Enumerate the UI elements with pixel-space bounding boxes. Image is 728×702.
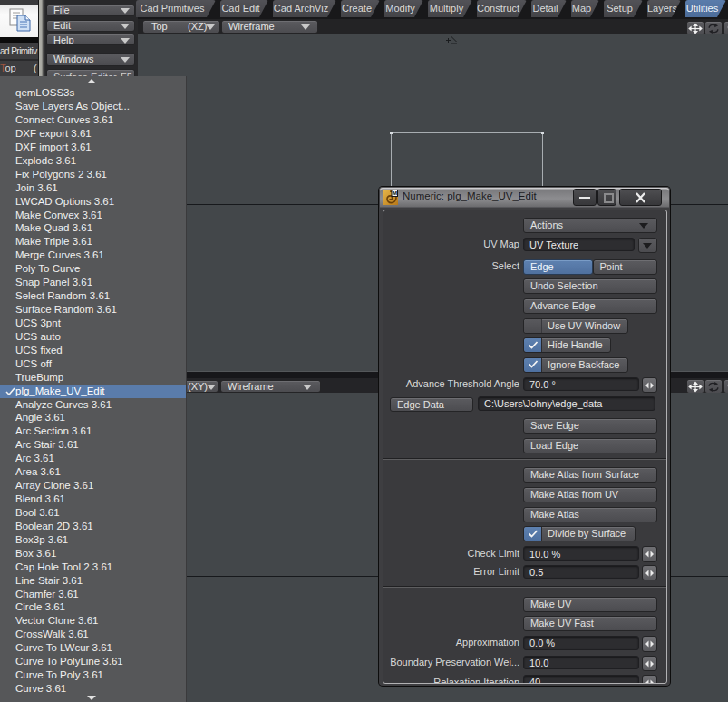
svg-text:M: M [393, 190, 397, 196]
